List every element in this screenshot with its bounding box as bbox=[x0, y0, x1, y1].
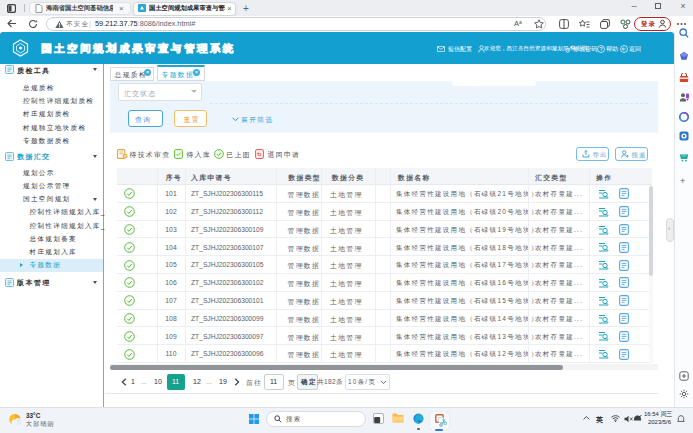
svg-text:?: ? bbox=[599, 45, 602, 51]
